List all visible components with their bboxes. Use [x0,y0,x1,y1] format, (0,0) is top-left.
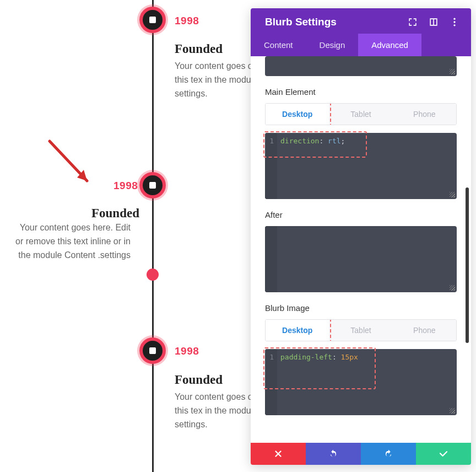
css-property: direction [280,137,319,145]
code-content: direction: rtl; [277,133,457,199]
timeline-title: Founded [175,42,223,56]
save-button[interactable] [416,443,471,465]
device-tab-phone[interactable]: Phone [393,320,456,341]
blurb-settings-panel: Blurb Settings Content Design Advanced M… [251,8,471,465]
main-element-css-textarea[interactable]: 1 direction: rtl; [265,133,457,199]
blurb-image-css-textarea[interactable]: 1 padding-left: 15px [265,349,457,415]
expand-icon[interactable] [407,17,418,28]
timeline-body: Your content goes here. Edit or remove t… [10,221,131,262]
device-tabs-main-element: Desktop Tablet Phone [265,103,457,125]
code-gutter: 1 [265,349,277,415]
css-property: padding-left [280,353,332,361]
timeline-year: 1998 [175,15,199,27]
node-icon [149,182,156,189]
svg-point-0 [453,18,455,20]
cancel-button[interactable] [251,443,306,465]
css-value: 15px [341,353,358,361]
timeline-node [139,172,166,199]
timeline-vertical-line [152,0,154,472]
timeline-year: 1998 [113,180,138,192]
node-icon [149,17,156,23]
timeline-node [139,7,166,33]
svg-point-2 [453,24,455,26]
tab-design[interactable]: Design [306,34,359,56]
device-tab-tablet[interactable]: Tablet [329,320,392,341]
panel-title: Blurb Settings [265,16,397,28]
panel-header: Blurb Settings [251,8,471,34]
section-label-blurb-image: Blurb Image [265,303,457,313]
device-tab-desktop[interactable]: Desktop [266,320,329,341]
timeline-mid-dot [147,269,159,281]
more-icon[interactable] [449,17,460,28]
css-value: rtl [328,137,340,145]
redo-button[interactable] [361,443,416,465]
device-tab-desktop[interactable]: Desktop [266,104,329,125]
device-tab-tablet[interactable]: Tablet [329,104,392,125]
annotation-arrow-icon [44,137,99,192]
after-css-textarea[interactable] [265,226,457,292]
node-icon [149,347,156,354]
page-timeline: 1998 Founded Your content goes or remove… [0,0,251,472]
panel-tabs: Content Design Advanced [251,34,471,56]
tab-advanced[interactable]: Advanced [358,34,421,56]
before-css-textarea[interactable] [265,56,457,76]
device-tab-phone[interactable]: Phone [393,104,456,125]
code-gutter: 1 [265,133,277,199]
panel-scroll-area: Main Element Desktop Tablet Phone 1 dire… [251,56,471,443]
timeline-node [139,337,166,364]
timeline-year: 1998 [175,345,199,357]
panel-footer [251,443,471,465]
columns-icon[interactable] [428,17,439,28]
tab-content[interactable]: Content [251,34,306,56]
device-tabs-blurb-image: Desktop Tablet Phone [265,319,457,341]
timeline-title: Founded [175,373,223,387]
code-gutter [265,226,277,292]
svg-point-1 [453,21,455,23]
code-content: padding-left: 15px [277,349,457,415]
section-label-after: After [265,210,457,219]
code-content [277,226,457,292]
undo-button[interactable] [306,443,361,465]
section-label-main-element: Main Element [265,87,457,96]
timeline-title: Founded [91,206,139,221]
panel-scrollbar[interactable] [466,187,469,343]
